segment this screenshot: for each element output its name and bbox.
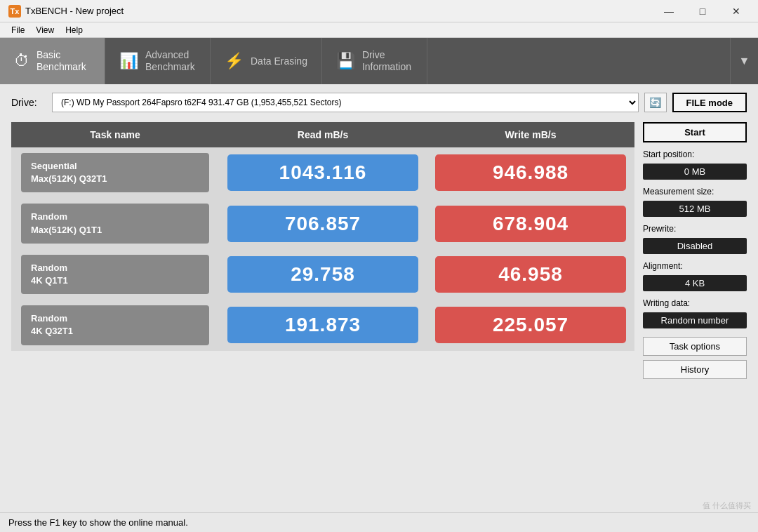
basic-benchmark-icon: ⏱ [14, 52, 29, 70]
title-bar-controls: — □ ✕ [653, 1, 752, 21]
drive-row: Drive: (F:) WD My Passport 264Fapsro t62… [11, 93, 747, 112]
writing-data-label: Writing data: [643, 298, 747, 308]
tab-basic-label: BasicBenchmark [36, 49, 86, 73]
write-value-2: 46.958 [435, 256, 626, 293]
write-cell-0: 946.988 [427, 147, 634, 198]
task-label-2: Random4K Q1T1 [21, 255, 209, 294]
menu-help[interactable]: Help [60, 24, 88, 36]
content-area: Task name Read mB/s Write mB/s Sequentia… [11, 122, 747, 379]
table-row: Random4K Q32T1 191.873 225.057 [11, 300, 634, 350]
data-erasing-icon: ⚡ [225, 52, 244, 70]
sidebar: Start Start position: 0 MB Measurement s… [634, 122, 747, 379]
read-value-0: 1043.116 [227, 154, 418, 191]
tab-erasing[interactable]: ⚡ Data Erasing [211, 38, 322, 84]
drive-select[interactable]: (F:) WD My Passport 264Fapsro t62F4 931.… [52, 93, 639, 112]
tab-advanced[interactable]: 📊 AdvancedBenchmark [105, 38, 211, 84]
write-cell-2: 46.958 [427, 249, 634, 300]
task-label-0: SequentialMax(512K) Q32T1 [21, 153, 209, 192]
start-position-label: Start position: [643, 149, 747, 159]
write-cell-3: 225.057 [427, 300, 634, 350]
prewrite-label: Prewrite: [643, 224, 747, 234]
status-bar: Press the F1 key to show the online manu… [0, 512, 758, 532]
read-value-1: 706.857 [227, 206, 418, 242]
task-cell-0: SequentialMax(512K) Q32T1 [11, 147, 219, 198]
writing-data-value: Random number [643, 312, 747, 328]
tab-advanced-label: AdvancedBenchmark [145, 49, 195, 73]
col-task-name: Task name [11, 122, 219, 147]
watermark: 值 什么值得买 [703, 500, 751, 511]
alignment-label: Alignment: [643, 261, 747, 271]
tab-erasing-label: Data Erasing [251, 55, 307, 67]
read-value-3: 191.873 [227, 307, 418, 343]
tab-drive-info-label: DriveInformation [362, 49, 411, 73]
write-value-1: 678.904 [435, 206, 626, 242]
benchmark-area: Task name Read mB/s Write mB/s Sequentia… [11, 122, 634, 379]
task-label-3: Random4K Q32T1 [21, 305, 209, 345]
tab-drive-info[interactable]: 💾 DriveInformation [322, 38, 427, 84]
benchmark-table: Task name Read mB/s Write mB/s Sequentia… [11, 122, 634, 351]
measurement-size-value: 512 MB [643, 201, 747, 217]
write-cell-1: 678.904 [427, 198, 634, 248]
read-cell-0: 1043.116 [219, 147, 427, 198]
table-row: Random4K Q1T1 29.758 46.958 [11, 249, 634, 300]
history-button[interactable]: History [643, 360, 747, 379]
col-write: Write mB/s [427, 122, 634, 147]
read-value-2: 29.758 [227, 256, 418, 293]
app-icon: Tx [8, 5, 21, 18]
tab-more-button[interactable]: ▼ [730, 38, 758, 84]
task-cell-2: Random4K Q1T1 [11, 249, 219, 300]
table-header-row: Task name Read mB/s Write mB/s [11, 122, 634, 147]
read-cell-2: 29.758 [219, 249, 427, 300]
advanced-benchmark-icon: 📊 [119, 52, 138, 70]
read-cell-3: 191.873 [219, 300, 427, 350]
tab-bar: ⏱ BasicBenchmark 📊 AdvancedBenchmark ⚡ D… [0, 38, 758, 84]
tab-basic[interactable]: ⏱ BasicBenchmark [0, 38, 105, 84]
start-position-value: 0 MB [643, 164, 747, 180]
file-mode-button[interactable]: FILE mode [672, 93, 747, 112]
refresh-icon: 🔄 [649, 97, 661, 108]
read-cell-1: 706.857 [219, 198, 427, 248]
drive-refresh-button[interactable]: 🔄 [644, 93, 667, 112]
task-options-button[interactable]: Task options [643, 337, 747, 356]
menu-file[interactable]: File [6, 24, 30, 36]
task-label-1: RandomMax(512K) Q1T1 [21, 204, 209, 243]
alignment-value: 4 KB [643, 275, 747, 291]
menu-view[interactable]: View [30, 24, 60, 36]
write-value-3: 225.057 [435, 307, 626, 343]
close-button[interactable]: ✕ [720, 1, 752, 21]
measurement-size-label: Measurement size: [643, 187, 747, 197]
task-cell-3: Random4K Q32T1 [11, 300, 219, 350]
status-message: Press the F1 key to show the online manu… [8, 517, 188, 528]
app-body: ⏱ BasicBenchmark 📊 AdvancedBenchmark ⚡ D… [0, 38, 758, 532]
col-read: Read mB/s [219, 122, 427, 147]
drive-label: Drive: [11, 97, 46, 108]
title-bar-text: TxBENCH - New project [25, 6, 124, 16]
menu-bar: File View Help [0, 22, 758, 38]
prewrite-value: Disabled [643, 238, 747, 254]
task-cell-1: RandomMax(512K) Q1T1 [11, 198, 219, 248]
app-main: Drive: (F:) WD My Passport 264Fapsro t62… [0, 84, 758, 532]
drive-info-icon: 💾 [336, 52, 355, 70]
table-row: SequentialMax(512K) Q32T1 1043.116 946.9… [11, 147, 634, 198]
title-bar: Tx TxBENCH - New project — □ ✕ [0, 0, 758, 22]
maximize-button[interactable]: □ [686, 1, 719, 21]
minimize-button[interactable]: — [653, 1, 685, 21]
start-button[interactable]: Start [643, 122, 747, 142]
write-value-0: 946.988 [435, 154, 626, 191]
table-row: RandomMax(512K) Q1T1 706.857 678.904 [11, 198, 634, 248]
